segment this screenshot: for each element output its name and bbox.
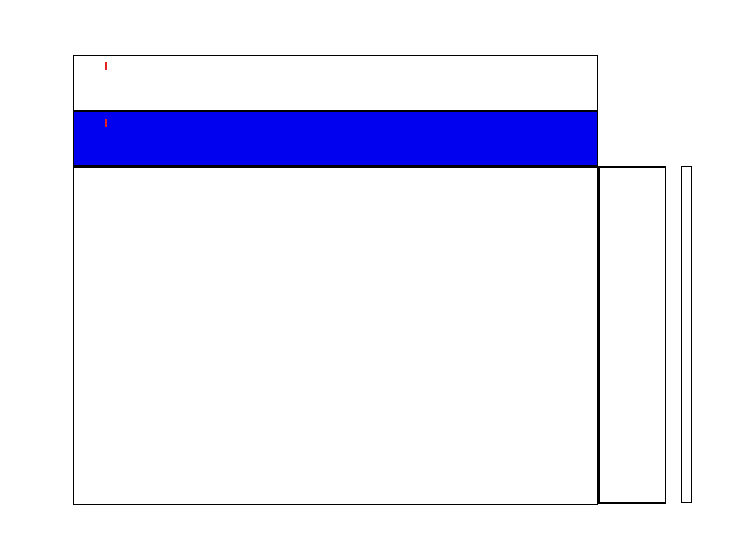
seismogram-broadband-panel (73, 55, 598, 112)
amplitude-scale-bar-icon (105, 62, 107, 70)
colorbar-canvas (682, 167, 691, 502)
seismogram-broadband-canvas (74, 56, 597, 110)
seismogram-filtered-canvas (74, 112, 597, 163)
spectrogram-panel (73, 166, 598, 505)
spectrogram-canvas (74, 168, 597, 504)
colorbar (681, 166, 692, 503)
seismic-monitor-page (0, 0, 748, 560)
amplitude-scale-bar-icon (105, 119, 107, 127)
psd-panel (598, 166, 666, 504)
seismogram-filtered-panel (73, 112, 598, 166)
psd-curve-canvas (600, 168, 665, 502)
